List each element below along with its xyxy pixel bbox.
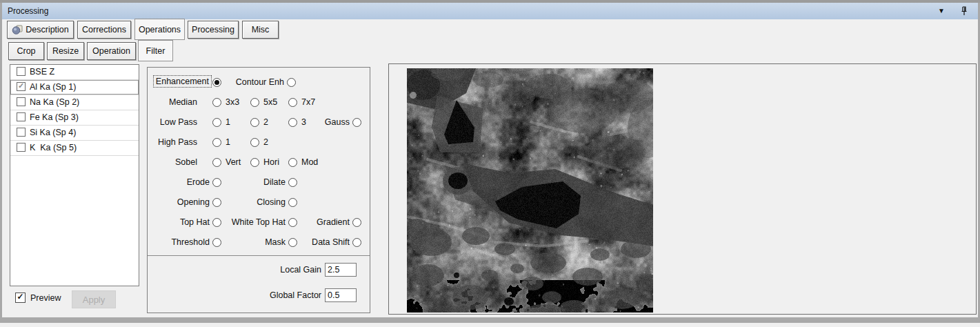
filter-option-1[interactable]: 1: [212, 116, 223, 130]
filter-row-label-low-pass: Low Pass: [160, 117, 197, 127]
filter-option-hori[interactable]: Hori: [250, 156, 261, 170]
radio-gauss[interactable]: [352, 118, 361, 127]
filter-option-label: Threshold: [171, 237, 210, 247]
layer-list-item-al-ka-sp-1[interactable]: ✓Al Ka (Sp 1): [10, 80, 139, 95]
filter-option-white-top-hat[interactable]: White Top Hat: [288, 216, 299, 230]
apply-button[interactable]: Apply: [72, 290, 116, 308]
filter-option-3x3[interactable]: 3x3: [212, 96, 223, 110]
filter-option-data-shift[interactable]: Data Shift: [352, 236, 363, 250]
filter-option-7x7[interactable]: 7x7: [288, 96, 299, 110]
filter-option-enhancement[interactable]: Enhancement: [212, 76, 223, 90]
radio-enhancement[interactable]: [212, 78, 221, 87]
filter-option-mask[interactable]: Mask: [288, 236, 299, 250]
radio-gradient[interactable]: [352, 218, 361, 227]
radio-data-shift[interactable]: [352, 238, 361, 247]
radio-mod[interactable]: [288, 158, 297, 167]
filter-option-label: Contour Enh: [236, 77, 284, 87]
filter-option-opening[interactable]: Opening: [212, 196, 223, 210]
tab-corrections[interactable]: Corrections: [77, 21, 131, 39]
layer-list-item-si-ka-sp-4[interactable]: Si Ka (Sp 4): [10, 126, 139, 141]
image-preview-panel: [388, 63, 977, 315]
preview-checkbox[interactable]: ✓: [15, 293, 26, 303]
titlebar[interactable]: Processing ▼: [2, 3, 978, 20]
filter-option-top-hat[interactable]: Top Hat: [212, 216, 223, 230]
radio-2[interactable]: [250, 118, 259, 127]
filter-option-3[interactable]: 3: [288, 116, 299, 130]
radio-dilate[interactable]: [288, 178, 297, 187]
filter-option-gradient[interactable]: Gradient: [352, 216, 363, 230]
window-title: Processing: [8, 3, 48, 19]
layer-checkbox-fe-ka-sp-3[interactable]: [17, 112, 26, 121]
radio-top-hat[interactable]: [212, 218, 221, 227]
tab-description[interactable]: Description: [7, 21, 74, 39]
layer-list-item-fe-ka-sp-3[interactable]: Fe Ka (Sp 3): [10, 110, 139, 126]
layer-list-item-na-ka-sp-2[interactable]: Na Ka (Sp 2): [10, 95, 139, 110]
filter-row-label-sobel: Sobel: [175, 157, 197, 167]
radio-1[interactable]: [212, 118, 221, 127]
filter-option-erode[interactable]: Erode: [212, 176, 223, 190]
layer-label: Na Ka (Sp 2): [30, 95, 79, 109]
filter-option-2[interactable]: 2: [250, 136, 261, 150]
tab-crop[interactable]: Crop: [8, 42, 44, 60]
filter-row: High Pass12: [148, 136, 370, 150]
filter-row: ErodeDilate: [148, 176, 370, 190]
filter-option-label: Vert: [226, 157, 241, 167]
tab-label: Resize: [52, 46, 79, 56]
window-border-bottom[interactable]: [0, 317, 980, 323]
layer-checkbox-si-ka-sp-4[interactable]: [17, 128, 26, 137]
radio-3x3[interactable]: [212, 98, 221, 107]
filter-option-label: 1: [226, 137, 230, 147]
layer-checkbox-na-ka-sp-2[interactable]: [17, 97, 26, 106]
radio-2[interactable]: [250, 138, 259, 147]
tab-processing[interactable]: Processing: [188, 21, 239, 39]
radio-hori[interactable]: [250, 158, 259, 167]
radio-3[interactable]: [288, 118, 297, 127]
filter-option-gauss[interactable]: Gauss: [352, 116, 363, 130]
filter-option-dilate[interactable]: Dilate: [288, 176, 299, 190]
radio-5x5[interactable]: [250, 98, 259, 107]
tab-label: Crop: [17, 46, 35, 56]
filter-row: Top HatWhite Top HatGradient: [148, 216, 370, 230]
filter-row-label-median: Median: [169, 97, 197, 107]
radio-closing[interactable]: [288, 198, 297, 207]
filter-option-threshold[interactable]: Threshold: [212, 236, 223, 250]
filter-option-1[interactable]: 1: [212, 136, 223, 150]
notebook-icon: [12, 25, 23, 34]
tab-label: Misc: [252, 25, 270, 34]
filter-row: SobelVertHoriMod: [148, 156, 370, 170]
layer-list-item-bse-z[interactable]: BSE Z: [10, 65, 139, 80]
layer-checkbox-bse-z[interactable]: [17, 67, 26, 76]
filter-option-mod[interactable]: Mod: [288, 156, 299, 170]
radio-mask[interactable]: [288, 238, 297, 247]
layer-list-item-k-ka-sp-5[interactable]: K Ka (Sp 5): [10, 141, 139, 156]
radio-dot: [214, 80, 219, 85]
filter-option-5x5[interactable]: 5x5: [250, 96, 261, 110]
layer-label: Si Ka (Sp 4): [30, 126, 76, 139]
filter-option-2[interactable]: 2: [250, 116, 261, 130]
local-gain-input[interactable]: [325, 263, 357, 277]
radio-vert[interactable]: [212, 158, 221, 167]
radio-erode[interactable]: [212, 178, 221, 187]
global-factor-input[interactable]: [325, 288, 357, 302]
layer-checkbox-k-ka-sp-5[interactable]: [17, 143, 26, 152]
tab-resize[interactable]: Resize: [47, 42, 84, 60]
layer-checkbox-al-ka-sp-1[interactable]: ✓: [17, 82, 26, 91]
pin-icon[interactable]: [960, 6, 968, 17]
radio-7x7[interactable]: [288, 98, 297, 107]
tab-filter[interactable]: Filter: [138, 40, 173, 61]
radio-threshold[interactable]: [212, 238, 221, 247]
dropdown-arrow-icon[interactable]: ▼: [938, 6, 945, 17]
filter-option-label: Erode: [187, 177, 210, 187]
radio-white-top-hat[interactable]: [288, 218, 297, 227]
tab-label: Filter: [146, 46, 166, 56]
filter-option-contour-enh[interactable]: Contour Enh: [287, 76, 297, 90]
radio-contour-enh[interactable]: [287, 78, 296, 87]
filter-option-closing[interactable]: Closing: [288, 196, 299, 210]
tab-misc[interactable]: Misc: [242, 21, 279, 39]
radio-opening[interactable]: [212, 198, 221, 207]
radio-1[interactable]: [212, 138, 221, 147]
tab-label: Operations: [139, 25, 181, 34]
tab-operations[interactable]: Operations: [134, 19, 185, 40]
filter-option-vert[interactable]: Vert: [212, 156, 223, 170]
tab-operation[interactable]: Operation: [87, 42, 136, 60]
